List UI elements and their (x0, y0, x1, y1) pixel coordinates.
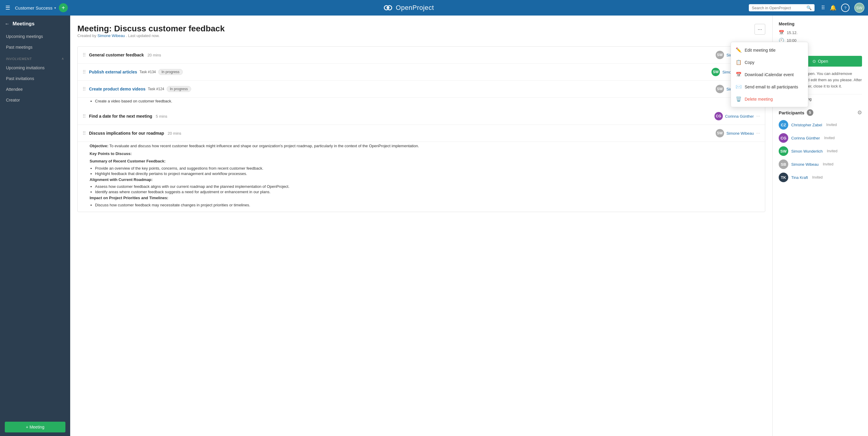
agenda-item-4-avatar: CG (714, 112, 723, 120)
sidebar-item-upcoming-invitations[interactable]: Upcoming invitations (0, 62, 70, 73)
agenda-item-5-duration: 20 mins (167, 131, 181, 135)
calendar-icon: 📅 (779, 30, 784, 35)
agenda-item-4-main: Find a date for the next meeting 5 mins (89, 114, 712, 119)
participant-name[interactable]: Corinna Günther (791, 136, 820, 141)
search-icon: 🔍 (806, 5, 811, 10)
list-item: Summary of Recent Customer Feedback: (90, 158, 760, 164)
participant-name[interactable]: Christopher Zabel (791, 123, 822, 127)
dropdown-item-edit-title[interactable]: ✏️ Edit meeting title (731, 44, 808, 56)
sidebar-item-creator-label: Creator (6, 98, 20, 102)
open-circle-icon: ⊙ (812, 59, 816, 64)
sidebar-title: Meetings (12, 21, 35, 27)
agenda-item-4-duration: 5 mins (156, 114, 167, 119)
dropdown-item-delete-label: Delete meeting (745, 97, 773, 101)
dropdown-item-delete-meeting[interactable]: 🗑️ Delete meeting (731, 93, 808, 105)
participant-name[interactable]: Simone Wibeau (791, 162, 819, 167)
user-avatar[interactable]: SW (854, 3, 864, 13)
email-icon: ✉️ (736, 84, 742, 90)
project-caret-icon: ▾ (54, 6, 56, 9)
participant-row: SB Simone Wibeau Invited (779, 159, 862, 169)
sidebar-item-attendee-label: Attendee (6, 87, 23, 92)
participants-list: CZ Christopher Zabel Invited CG Corinna … (779, 120, 862, 182)
project-name[interactable]: Customer Success ▾ (15, 5, 56, 10)
agenda-item-3-main: Create product demo videos Task #124 In … (89, 86, 713, 92)
search-input[interactable] (752, 6, 805, 10)
bell-icon[interactable]: 🔔 (830, 4, 836, 11)
main-content: Meeting: Discuss customer feedback Creat… (70, 15, 772, 436)
open-button-label: Open (818, 59, 828, 64)
edit-icon: ✏️ (736, 47, 742, 53)
dropdown-item-download-ical[interactable]: 📅 Download iCalendar event (731, 68, 808, 81)
agenda-item-2-title[interactable]: Publish external articles (89, 70, 137, 74)
hamburger-icon[interactable]: ☰ (4, 3, 12, 13)
nav-icons: ⠿ 🔔 ? SW (821, 3, 864, 13)
add-button[interactable]: + (59, 3, 68, 12)
dropdown-item-send-email[interactable]: ✉️ Send email to all participants (731, 81, 808, 93)
sidebar-item-upcoming-meetings[interactable]: Upcoming meetings (0, 31, 70, 42)
participant-name[interactable]: Simon Wunderlich (791, 149, 823, 154)
list-item: Discuss how customer feedback may necess… (95, 203, 760, 207)
participant-avatar: TK (779, 173, 788, 182)
dropdown-item-copy[interactable]: 📋 Copy (731, 56, 808, 68)
participants-header: Participants 5 ⚙ (779, 109, 862, 116)
subtitle-text: Created by (78, 33, 96, 38)
agenda-item-1: ⠿ General customer feedback 20 mins SW S… (78, 46, 765, 64)
add-meeting-button[interactable]: + Meeting (5, 422, 65, 432)
sidebar-item-attendee[interactable]: Attendee (0, 84, 70, 95)
drag-handle-icon[interactable]: ⠿ (83, 52, 86, 58)
drag-handle-icon[interactable]: ⠿ (83, 86, 86, 92)
drag-handle-icon[interactable]: ⠿ (83, 114, 86, 119)
dropdown-item-download-label: Download iCalendar event (745, 72, 794, 77)
dropdown-item-send-email-label: Send email to all participants (745, 85, 798, 89)
grid-icon[interactable]: ⠿ (821, 4, 825, 11)
participant-status: Invited (826, 123, 837, 127)
participant-row: TK Tina Kraft Invited (779, 173, 862, 182)
list-item: Assess how customer feedback aligns with… (95, 184, 760, 189)
participant-status: Invited (812, 175, 823, 180)
participant-row: CG Corinna Günther Invited (779, 133, 862, 143)
participant-name[interactable]: Tina Kraft (791, 175, 808, 180)
agenda-item-2-meta: Publish external articles Task #134 In p… (89, 69, 709, 75)
help-icon[interactable]: ? (841, 4, 849, 12)
agenda-item-5-assignee[interactable]: Simone Wibeau (726, 131, 754, 135)
sidebar-item-past-meetings[interactable]: Past meetings (0, 42, 70, 53)
more-options-button[interactable]: ··· (754, 24, 765, 35)
agenda-item-5-avatar: SW (716, 129, 724, 137)
participants-title-text: Participants (779, 110, 804, 115)
sidebar-item-creator[interactable]: Creator (0, 95, 70, 105)
agenda-item-3-meta: Create product demo videos Task #124 In … (89, 86, 713, 92)
agenda-item-5: ⠿ Discuss implications for our roadmap 2… (78, 125, 765, 212)
delete-icon: 🗑️ (736, 96, 742, 102)
back-arrow-icon[interactable]: ← (5, 21, 9, 27)
agenda-item-5-title: Discuss implications for our roadmap (89, 131, 164, 135)
agenda-item-1-title: General customer feedback (89, 53, 144, 57)
search-bar[interactable]: 🔍 (749, 4, 814, 11)
involvement-chevron-icon[interactable]: ∧ (62, 57, 64, 61)
agenda-item-5-menu-btn[interactable]: ··· (756, 130, 760, 136)
agenda-item-4-menu-btn[interactable]: ··· (756, 114, 760, 119)
drag-handle-icon[interactable]: ⠿ (83, 69, 86, 75)
participant-row: SW Simon Wunderlich Invited (779, 146, 862, 156)
agenda-item-5-content: Objective: To evaluate and discuss how r… (78, 142, 765, 212)
agenda-item-4-assignee[interactable]: Corinna Günther (725, 114, 754, 119)
list-item: Alignment with Current Roadmap: (90, 177, 760, 183)
involvement-label-text: INVOLVEMENT (6, 57, 32, 61)
created-by-link[interactable]: Simone Wibeau (97, 33, 125, 38)
participant-avatar: SB (779, 159, 788, 169)
sidebar-item-past-invitations[interactable]: Past invitations (0, 73, 70, 84)
meeting-date-row: 📅 15.12. (779, 30, 862, 35)
logo: OpenProject (71, 4, 746, 12)
participants-settings-icon[interactable]: ⚙ (857, 109, 862, 116)
agenda-item-2-status: In progress (158, 69, 183, 75)
agenda-item-5-meta: Discuss implications for our roadmap 20 … (89, 131, 713, 135)
list-item: Impact on Project Priorities and Timelin… (90, 195, 760, 201)
logo-icon (383, 4, 393, 12)
agenda-item-3-task: Task #124 (148, 87, 164, 91)
agenda-item-5-right: SW Simone Wibeau ··· (716, 129, 760, 137)
drag-handle-icon[interactable]: ⠿ (83, 130, 86, 136)
agenda-item-3-title[interactable]: Create product demo videos (89, 87, 146, 91)
agenda-item-2-task: Task #134 (140, 70, 156, 74)
sidebar-item-past-meetings-label: Past meetings (6, 45, 33, 50)
agenda-item-5-row: ⠿ Discuss implications for our roadmap 2… (78, 125, 765, 142)
sidebar-item-upcoming-meetings-label: Upcoming meetings (6, 34, 43, 39)
